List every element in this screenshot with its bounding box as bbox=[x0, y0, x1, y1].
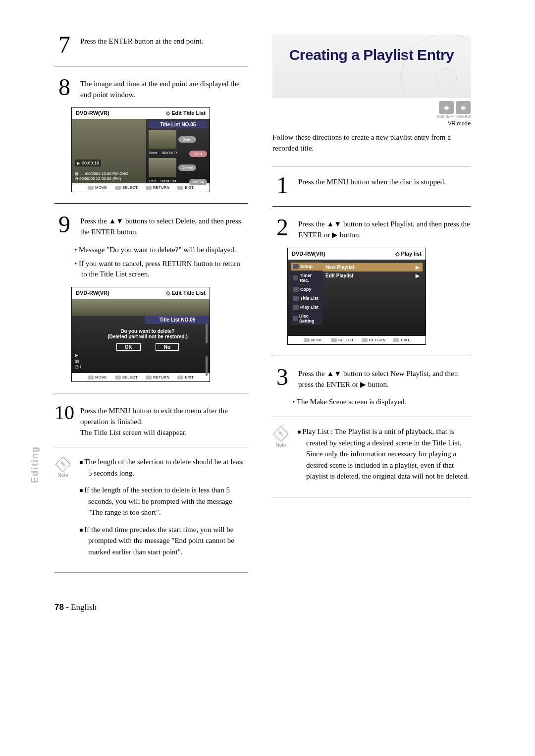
osd-no-button: No bbox=[156, 343, 179, 351]
osd-meta-date: ▦ — /00/2000 12:00 PM CHO bbox=[75, 171, 143, 176]
step-text: The image and time at the end point are … bbox=[80, 77, 248, 101]
osd-confirm-warning: (Deleted part will not be restored.) bbox=[92, 334, 204, 339]
step-text: Press the ▲▼ buttons to select Delete, a… bbox=[80, 215, 248, 238]
note-item: If the length of the section to delete i… bbox=[79, 485, 248, 518]
osd-sub-menu: New Playlist▶ Edit Playlist▶ bbox=[322, 263, 423, 280]
osd-menu-item-setup: Setup bbox=[291, 263, 322, 270]
list-icon bbox=[293, 296, 299, 301]
osd-end-button: End bbox=[189, 151, 207, 157]
note-item: The length of the selection to delete sh… bbox=[79, 456, 248, 479]
format-badges: ◉ ◉ bbox=[272, 101, 471, 114]
chevron-right-icon: ▶ bbox=[416, 265, 420, 270]
right-column: Creating a Playlist Entry ◉ ◉ DVD-RAMDVD… bbox=[272, 35, 471, 612]
osd-start-thumb bbox=[149, 130, 176, 149]
osd-menu-item-titlelist: Title List bbox=[291, 294, 322, 302]
osd-submenu-edit-playlist: Edit Playlist▶ bbox=[322, 271, 423, 280]
osd-footer-hints: MOVE SELECT RETURN EXIT bbox=[288, 336, 426, 344]
osd-playtime: 00:00:19 bbox=[75, 160, 101, 166]
osd-delete-button: Delete bbox=[178, 164, 196, 171]
step-2: 2 Press the ▲▼ button to select Playlist… bbox=[272, 217, 471, 241]
note-block: Note The length of the selection to dele… bbox=[54, 456, 248, 563]
step-text: Press the MENU button to exit the menu a… bbox=[80, 404, 248, 438]
note-icon: Note bbox=[272, 427, 289, 448]
clock-icon bbox=[293, 275, 298, 280]
step-number: 9 bbox=[54, 215, 74, 235]
dvd-rw-badge-icon: ◉ bbox=[456, 101, 471, 114]
osd-meta-time: ◔ 00/00/00 12:00:00 (PM) bbox=[75, 176, 143, 181]
osd-menu-item-timer: Timer Rec. bbox=[291, 271, 322, 284]
bullet: If you want to cancel, press RETURN butt… bbox=[74, 259, 248, 280]
osd-screenshot-delete-confirm: DVD-RW(VR) ◇ Edit Title List Title List … bbox=[71, 287, 210, 382]
osd-scrollbar-handle bbox=[206, 324, 208, 343]
osd-scrollbar-handle bbox=[206, 356, 208, 376]
osd-title-list-label: Title List NO.05 bbox=[149, 121, 207, 128]
osd-header-right: ◇ Play list bbox=[395, 251, 422, 257]
step-number: 1 bbox=[272, 175, 292, 196]
step-number: 3 bbox=[272, 367, 292, 387]
step-text: Press the ENTER button at the end point. bbox=[80, 35, 203, 47]
disc-icon bbox=[293, 316, 298, 321]
bullet: The Make Scene screen is displayed. bbox=[292, 397, 471, 408]
osd-menu-item-discsetting: Disc Setting bbox=[291, 312, 322, 325]
osd-header-left: DVD-RW(VR) bbox=[292, 251, 325, 257]
osd-header-left: DVD-RW(VR) bbox=[76, 110, 109, 116]
note-item: Play List : The Playlist is a unit of pl… bbox=[297, 426, 471, 482]
osd-confirm-question: Do you want to delete? bbox=[92, 328, 204, 334]
page-number: 78 - English bbox=[54, 602, 248, 612]
osd-status-icons: ▶▦ ·◔ ( bbox=[75, 353, 82, 370]
osd-main-menu: Setup Timer Rec. Copy Title List Play Li… bbox=[291, 263, 322, 326]
osd-header-left: DVD-RW(VR) bbox=[76, 290, 109, 296]
badge-label: DVD-RAM bbox=[437, 115, 454, 118]
step-text: Press the ▲▼ button to select New Playli… bbox=[298, 367, 471, 390]
step-9: 9 Press the ▲▼ buttons to select Delete,… bbox=[54, 215, 248, 238]
osd-end-thumb bbox=[149, 158, 176, 177]
osd-end-label: End bbox=[149, 179, 156, 185]
copy-icon bbox=[293, 287, 299, 292]
left-column: 7 Press the ENTER button at the end poin… bbox=[54, 35, 248, 612]
osd-header-right: ◇ Edit Title List bbox=[166, 290, 206, 296]
gear-icon bbox=[293, 264, 299, 269]
section-hero: Creating a Playlist Entry bbox=[272, 35, 471, 98]
osd-screenshot-playlist-menu: DVD-RW(VR) ◇ Play list Setup Timer Rec. … bbox=[287, 248, 426, 345]
step-number: 10 bbox=[54, 404, 74, 421]
step-text: Press the MENU button when the disc is s… bbox=[298, 175, 446, 188]
osd-preview-strip bbox=[72, 299, 210, 316]
side-tab-editing: Editing bbox=[30, 446, 40, 483]
playlist-icon bbox=[293, 305, 299, 310]
vr-mode-label: VR mode bbox=[272, 120, 471, 126]
bullet: Message "Do you want to delete?" will be… bbox=[74, 245, 248, 256]
note-item: If the end time precedes the start time,… bbox=[79, 524, 248, 558]
step-number: 7 bbox=[54, 35, 74, 55]
osd-menu-item-playlist: Play List bbox=[291, 303, 322, 311]
osd-start-value: 00:00:17 bbox=[162, 151, 177, 157]
step-number: 2 bbox=[272, 217, 292, 238]
osd-title-list-label: Title List NO.05 bbox=[145, 316, 210, 324]
osd-start-button: Start bbox=[178, 136, 196, 143]
step-8: 8 The image and time at the end point ar… bbox=[54, 77, 248, 101]
dvd-ram-badge-icon: ◉ bbox=[439, 101, 454, 114]
note-icon: Note bbox=[54, 457, 71, 478]
chevron-right-icon: ▶ bbox=[416, 273, 420, 278]
note-block: Note Play List : The Playlist is a unit … bbox=[272, 426, 471, 488]
osd-screenshot-edit-title-end: DVD-RW(VR) ◇ Edit Title List 00:00:19 ▦ … bbox=[71, 107, 210, 192]
osd-footer-hints: MOVE SELECT RETURN EXIT bbox=[72, 373, 210, 381]
disc-graphic bbox=[401, 35, 471, 98]
badge-label: DVD-RW bbox=[456, 115, 471, 118]
osd-menu-item-copy: Copy bbox=[291, 285, 322, 293]
step-3: 3 Press the ▲▼ button to select New Play… bbox=[272, 367, 471, 390]
step-10: 10 Press the MENU button to exit the men… bbox=[54, 404, 248, 438]
osd-preview-image: 00:00:19 ▦ — /00/2000 12:00 PM CHO ◔ 00/… bbox=[72, 119, 146, 183]
osd-end-value: 00:00:00 bbox=[160, 179, 176, 185]
intro-text: Follow these directions to create a new … bbox=[272, 132, 471, 154]
step-1: 1 Press the MENU button when the disc is… bbox=[272, 175, 471, 196]
osd-header-right: ◇ Edit Title List bbox=[166, 110, 206, 116]
step-7: 7 Press the ENTER button at the end poin… bbox=[54, 35, 248, 55]
osd-start-label: Start bbox=[149, 151, 157, 157]
osd-submenu-new-playlist: New Playlist▶ bbox=[322, 263, 423, 271]
step-text: Press the ▲▼ button to select Playlist, … bbox=[298, 217, 471, 241]
step-number: 8 bbox=[54, 77, 74, 98]
osd-ok-button: OK bbox=[116, 343, 141, 351]
osd-return-button: Return bbox=[189, 179, 207, 185]
